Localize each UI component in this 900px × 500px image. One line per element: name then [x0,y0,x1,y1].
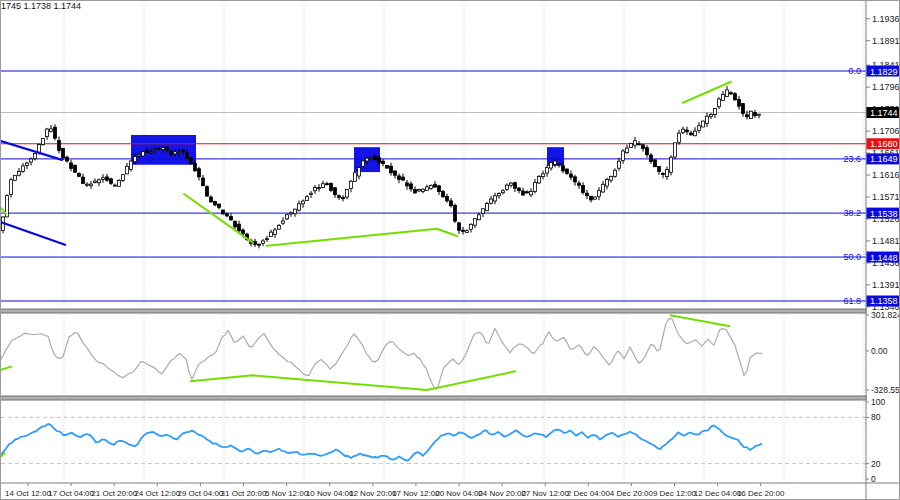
date-tick-label: 20 Nov 04:00 [435,489,483,498]
candle-body [186,153,189,159]
candle-body [146,150,149,152]
svg-text:1.1829: 1.1829 [870,67,898,77]
svg-text:1.1680: 1.1680 [870,139,898,149]
candle-body [478,215,481,220]
candle-body [142,152,145,156]
candle-body [290,213,293,214]
candle-body [262,241,265,244]
candle-body [682,129,685,132]
candle-body [190,158,193,164]
candle-body [126,166,129,174]
candle-body [414,189,417,192]
candle-body [326,184,329,185]
candle-body [618,161,621,168]
candle-body [582,185,585,192]
fib-percent-label: 61.8 [843,296,861,306]
candle-body [110,179,113,183]
candle-body [366,158,369,161]
oscillator-axis-label: 301.8242 [871,310,900,320]
candle-body [238,224,241,231]
candle-body [362,161,365,166]
candle-body [542,174,545,177]
candle-body [158,148,161,149]
candle-body [570,174,573,177]
candle-body [638,144,641,145]
price-tick-label: 1.1616 [872,170,900,180]
candle-body [382,161,385,164]
svg-text:1.1448: 1.1448 [870,253,898,263]
candle-body [742,104,745,114]
date-tick-label: 4 Dec 20:00 [610,489,654,498]
candle-body [22,166,25,171]
svg-text:1.1358: 1.1358 [870,296,898,306]
candle-body [338,196,341,198]
candle-body [10,180,13,195]
candle-body [654,160,657,167]
candle-body [322,184,325,188]
price-tick-label: 1.1936 [872,14,900,24]
candle-body [258,244,261,245]
candle-body [166,147,169,150]
resistance-price-badge: 1.1680 [867,138,900,149]
oscillator-axis-label: -328.551 [871,385,900,395]
candle-body [106,177,109,180]
candle-body [58,140,61,150]
candle-body [566,169,569,173]
date-tick-label: 21 Oct 20:00 [91,489,137,498]
date-tick-label: 9 Dec 12:00 [653,489,697,498]
date-tick-label: 14 Oct 12:00 [5,489,51,498]
date-tick-label: 12 Dec 04:00 [694,489,742,498]
candle-body [694,131,697,136]
candle-body [710,114,713,116]
date-tick-label: 5 Nov 12:00 [265,489,309,498]
candle-body [734,94,737,100]
panel-separator[interactable] [0,309,899,313]
candle-body [598,191,601,197]
candle-body [214,201,217,205]
candle-body [606,180,609,186]
candle-body [402,177,405,180]
candle-body [386,165,389,168]
candle-body [418,189,421,190]
candle-body [442,191,445,196]
candle-body [746,115,749,117]
date-tick-label: 24 Nov 20:00 [478,489,526,498]
panel-separator[interactable] [0,396,899,400]
candle-body [706,116,709,123]
candle-body [74,165,77,172]
candle-body [714,108,717,114]
candle-body [466,231,469,233]
candle-body [234,221,237,227]
candle-body [474,219,477,225]
candle-body [90,184,93,186]
candle-body [602,184,605,192]
candle-body [538,176,541,183]
candle-body [114,185,117,186]
trading-chart-window: 1.19361.18911.18411.17961.17511.17061.16… [0,0,900,500]
candle-body [138,154,141,156]
candle-body [174,152,177,154]
candle-body [518,188,521,191]
candle-body [670,157,673,172]
candle-body [46,129,49,137]
candle-body [754,113,757,116]
candle-body [698,126,701,130]
candle-body [42,139,45,145]
date-tick-label: 17 Oct 04:00 [48,489,94,498]
candle-body [494,196,497,201]
price-axis[interactable]: 1.19361.18911.18411.17961.17511.17061.16… [866,1,900,500]
candle-body [270,232,273,236]
candle-body [534,182,537,191]
candle-body [278,226,281,230]
candle-body [170,151,173,154]
candle-body [70,163,73,168]
candle-body [302,201,305,204]
price-tick-label: 1.1481 [872,236,900,246]
current-price-badge: 1.1744 [867,107,900,118]
candle-body [122,175,125,181]
candle-body [354,173,357,182]
candle-body [202,178,205,186]
candle-body [390,166,393,173]
price-tick-label: 1.1571 [872,192,900,202]
chart-canvas[interactable]: 1.19361.18911.18411.17961.17511.17061.16… [0,0,900,500]
